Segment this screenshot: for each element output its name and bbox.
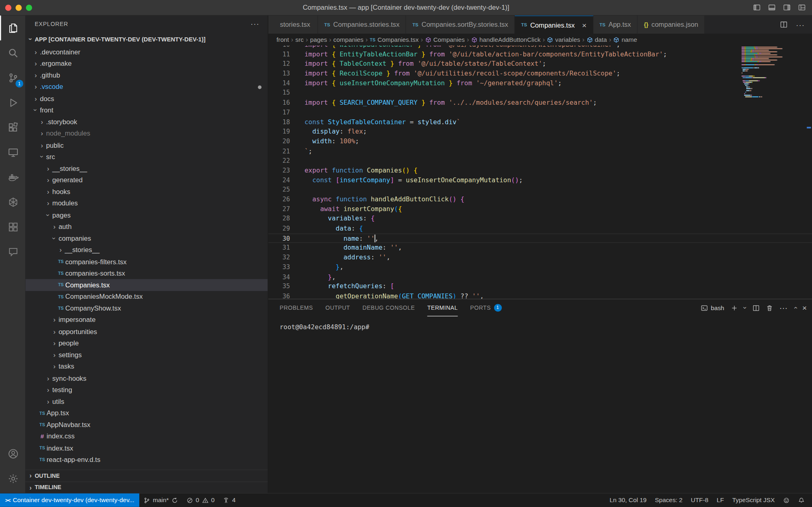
tree-item-modules[interactable]: ›modules	[26, 198, 268, 209]
docker-icon[interactable]	[0, 165, 26, 190]
tree-item-.github[interactable]: ›.github	[26, 69, 268, 81]
tree-item-hooks[interactable]: ›hooks	[26, 186, 268, 198]
terminal-profiles-chevron-icon[interactable]: ›	[741, 307, 749, 309]
tree-item-pages[interactable]: ›pages	[26, 209, 268, 221]
graphql-icon[interactable]	[0, 190, 26, 214]
new-terminal-icon[interactable]	[730, 304, 738, 311]
close-window-button[interactable]	[5, 4, 11, 11]
split-editor-icon[interactable]	[780, 21, 788, 28]
tree-item-CompanyShow.tsx[interactable]: TSCompanyShow.tsx	[26, 302, 268, 314]
breadcrumb-Companies.tsx[interactable]: TSCompanies.tsx	[370, 36, 419, 43]
terminal[interactable]: root@0a42ecd84891:/app#	[268, 316, 812, 331]
tab-Companies.tsx[interactable]: TSCompanies.tsx×	[515, 15, 593, 34]
extensions-icon[interactable]	[0, 115, 26, 140]
breadcrumb-src[interactable]: src	[295, 36, 303, 43]
toggle-secondary-sidebar-icon[interactable]	[783, 4, 791, 11]
feedback-icon[interactable]	[779, 494, 794, 507]
terminal-instance-bash[interactable]: bash	[700, 304, 724, 311]
tab-companies.json[interactable]: {}companies.json	[638, 15, 705, 34]
tree-item-index.css[interactable]: #index.css	[26, 431, 268, 442]
tree-item-companies-sorts.tsx[interactable]: TScompanies-sorts.tsx	[26, 268, 268, 279]
panel-tab-debug-console[interactable]: DEBUG CONSOLE	[363, 299, 415, 316]
minimap[interactable]	[742, 47, 789, 98]
tree-item-App.tsx[interactable]: TSApp.tsx	[26, 407, 268, 419]
notifications-bell-icon[interactable]	[794, 494, 809, 507]
tree-item-front[interactable]: ›front	[26, 104, 268, 116]
tree-item-index.tsx[interactable]: TSindex.tsx	[26, 442, 268, 454]
tree-item-src[interactable]: ›src	[26, 151, 268, 163]
breadcrumb-variables[interactable]: variables	[547, 36, 580, 43]
toggle-primary-sidebar-icon[interactable]	[753, 4, 761, 11]
encoding-indicator[interactable]: UTF-8	[687, 494, 713, 507]
panel-tab-terminal[interactable]: TERMINAL	[427, 299, 458, 316]
run-debug-icon[interactable]	[0, 90, 26, 115]
kill-terminal-trash-icon[interactable]	[766, 304, 773, 311]
tree-item-react-app-env.d.ts[interactable]: TSreact-app-env.d.ts	[26, 454, 268, 466]
language-mode-indicator[interactable]: TypeScript JSX	[728, 494, 779, 507]
tree-item-tasks[interactable]: ›tasks	[26, 360, 268, 372]
tree-item-sync-hooks[interactable]: ›sync-hooks	[26, 372, 268, 384]
customize-layout-icon[interactable]	[798, 4, 806, 11]
code-editor[interactable]: 10import { WithTopBarContainer } from '@…	[268, 45, 812, 299]
panel-tab-problems[interactable]: PROBLEMS	[280, 299, 313, 316]
maximize-panel-chevron-icon[interactable]: ›	[791, 307, 799, 309]
tree-item-testing[interactable]: ›testing	[26, 384, 268, 396]
tree-item-impersonate[interactable]: ›impersonate	[26, 314, 268, 326]
tree-item-__stories__[interactable]: ›__stories__	[26, 163, 268, 175]
account-icon[interactable]	[0, 441, 26, 466]
panel-tab-ports[interactable]: PORTS1	[470, 299, 501, 316]
tree-item-CompaniesMockMode.tsx[interactable]: TSCompaniesMockMode.tsx	[26, 291, 268, 302]
indentation-indicator[interactable]: Spaces: 2	[651, 494, 687, 507]
tree-item-.storybook[interactable]: ›.storybook	[26, 116, 268, 128]
source-control-icon[interactable]: 1	[0, 65, 26, 90]
breadcrumb-name[interactable]: name	[613, 36, 637, 43]
settings-gear-icon[interactable]	[0, 466, 26, 491]
cursor-position-indicator[interactable]: Ln 30, Col 19	[605, 494, 650, 507]
tree-item-node_modules[interactable]: ›node_modules	[26, 127, 268, 139]
tree-item-opportunities[interactable]: ›opportunities	[26, 326, 268, 337]
remote-explorer-icon[interactable]	[0, 140, 26, 164]
eol-indicator[interactable]: LF	[713, 494, 728, 507]
editor-more-actions-icon[interactable]: ···	[796, 20, 805, 28]
tree-item-__stories__[interactable]: ›__stories__	[26, 244, 268, 256]
tree-item-generated[interactable]: ›generated	[26, 174, 268, 186]
breadcrumb-companies[interactable]: companies	[333, 36, 363, 43]
breadcrumb-front[interactable]: front	[276, 36, 289, 43]
boxes-icon[interactable]	[0, 214, 26, 239]
tree-item-settings[interactable]: ›settings	[26, 349, 268, 361]
panel-tab-output[interactable]: OUTPUT	[325, 299, 350, 316]
explorer-icon[interactable]	[0, 15, 26, 40]
git-branch-indicator[interactable]: main*	[139, 494, 182, 507]
tab-App.tsx[interactable]: TSApp.tsx	[593, 15, 638, 34]
tree-item-.vscode[interactable]: ›.vscode	[26, 81, 268, 93]
tree-item-AppNavbar.tsx[interactable]: TSAppNavbar.tsx	[26, 419, 268, 431]
explorer-more-actions-icon[interactable]: ···	[251, 19, 259, 28]
close-panel-icon[interactable]: ×	[802, 303, 807, 312]
tab-stories.tsx[interactable]: stories.tsx	[268, 15, 318, 34]
tree-item-docs[interactable]: ›docs	[26, 93, 268, 104]
zoom-window-button[interactable]	[26, 4, 32, 11]
ports-indicator[interactable]: 4	[219, 494, 240, 507]
tree-item-utils[interactable]: ›utils	[26, 395, 268, 407]
tree-item-.ergomake[interactable]: ›.ergomake	[26, 58, 268, 69]
breadcrumb-Companies[interactable]: Companies	[425, 36, 465, 43]
toggle-panel-icon[interactable]	[768, 4, 776, 11]
minimize-window-button[interactable]	[15, 4, 22, 11]
outline-section-header[interactable]: › OUTLINE	[26, 470, 268, 481]
comments-icon[interactable]	[0, 239, 26, 264]
timeline-section-header[interactable]: › TIMELINE	[26, 481, 268, 493]
problems-indicator[interactable]: 0 0	[182, 494, 219, 507]
breadcrumb-pages[interactable]: pages	[310, 36, 327, 43]
tree-item-.devcontainer[interactable]: ›.devcontainer	[26, 46, 268, 58]
tree-item-people[interactable]: ›people	[26, 337, 268, 349]
breadcrumb-data[interactable]: data	[587, 36, 607, 43]
tree-item-auth[interactable]: ›auth	[26, 221, 268, 233]
tab-Companies.sortBy.stories.tsx[interactable]: TSCompanies.sortBy.stories.tsx	[406, 15, 515, 34]
close-tab-icon[interactable]: ×	[582, 20, 586, 29]
tree-item-companies-filters.tsx[interactable]: TScompanies-filters.tsx	[26, 256, 268, 268]
tree-item-companies[interactable]: ›companies	[26, 233, 268, 244]
split-terminal-icon[interactable]	[752, 304, 760, 311]
tree-item-public[interactable]: ›public	[26, 139, 268, 151]
search-icon[interactable]	[0, 40, 26, 65]
breadcrumb-handleAddButtonClick[interactable]: handleAddButtonClick	[471, 36, 540, 43]
